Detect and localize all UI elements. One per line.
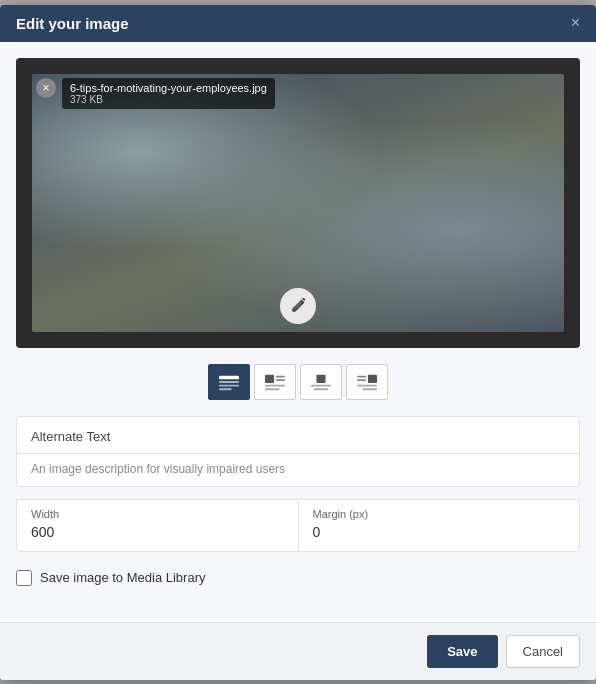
modal-footer: Save Cancel [0,622,596,680]
svg-rect-25 [496,224,516,249]
svg-point-23 [451,226,481,242]
align-center-button[interactable] [300,364,342,400]
modal-title: Edit your image [16,15,129,32]
svg-rect-16 [241,229,281,281]
svg-point-10 [226,152,296,236]
svg-rect-9 [32,249,266,259]
svg-point-15 [239,177,283,201]
svg-rect-26 [521,229,539,249]
save-library-checkbox[interactable] [16,570,32,586]
svg-rect-31 [265,374,274,382]
svg-rect-27 [219,375,239,379]
save-button[interactable]: Save [427,635,497,668]
svg-rect-38 [314,388,329,390]
alternate-text-section: Alternate Text An image description for … [16,416,580,487]
svg-rect-30 [219,388,232,390]
svg-rect-21 [436,154,496,254]
svg-rect-22 [441,164,491,224]
width-input[interactable] [31,524,284,540]
svg-rect-19 [331,219,411,332]
svg-point-18 [336,146,396,222]
align-full-button[interactable] [208,364,250,400]
align-left-icon [265,373,285,391]
alt-text-label: Alternate Text [31,429,110,444]
svg-rect-24 [446,234,486,254]
svg-rect-2 [76,134,84,184]
margin-input[interactable] [313,524,566,540]
svg-rect-7 [136,130,144,184]
modal-close-button[interactable]: × [571,15,580,31]
svg-rect-36 [316,374,325,382]
modal-body: × 6-tips-for-motivating-your-employees.j… [0,42,596,622]
svg-point-14 [233,130,289,162]
svg-point-13 [233,137,289,201]
image-filesize: 373 KB [70,94,267,105]
svg-rect-39 [368,374,377,382]
align-left-button[interactable] [254,364,296,400]
margin-field-box: Margin (px) [298,499,581,552]
alignment-toolbar [16,364,580,400]
image-preview-wrapper: × 6-tips-for-motivating-your-employees.j… [16,58,580,348]
svg-rect-40 [357,375,366,377]
svg-rect-6 [124,136,132,184]
image-remove-button[interactable]: × [36,78,56,98]
svg-point-20 [340,132,392,192]
fields-row: Width Margin (px) [16,499,580,552]
width-field-box: Width [16,499,298,552]
svg-rect-42 [357,384,377,386]
align-center-icon [311,373,331,391]
margin-label: Margin (px) [313,508,566,520]
align-right-icon [357,373,377,391]
save-library-row: Save image to Media Library [16,566,580,590]
svg-rect-17 [244,232,278,276]
pencil-icon [290,298,306,314]
image-filename: 6-tips-for-motivating-your-employees.jpg [70,82,267,94]
alt-text-label-row: Alternate Text [17,417,579,454]
svg-rect-3 [88,129,96,184]
svg-rect-41 [357,379,366,381]
alt-text-hint: An image description for visually impair… [17,454,579,486]
save-library-label[interactable]: Save image to Media Library [40,570,205,585]
svg-rect-8 [32,254,266,332]
modal-header: Edit your image × [0,5,596,42]
cancel-button[interactable]: Cancel [506,635,580,668]
align-right-button[interactable] [346,364,388,400]
svg-rect-5 [112,132,120,184]
align-full-icon [219,373,239,391]
svg-rect-35 [265,388,280,390]
svg-rect-33 [276,379,285,381]
svg-rect-29 [219,384,239,386]
svg-rect-28 [219,381,239,383]
svg-rect-37 [311,384,331,386]
svg-rect-32 [276,375,285,377]
width-label: Width [31,508,284,520]
edit-image-modal: Edit your image × × 6-tips-for-motivatin… [0,5,596,680]
svg-rect-43 [362,388,377,390]
svg-rect-34 [265,384,285,386]
image-edit-overlay-button[interactable] [280,288,316,324]
svg-rect-4 [100,139,108,184]
